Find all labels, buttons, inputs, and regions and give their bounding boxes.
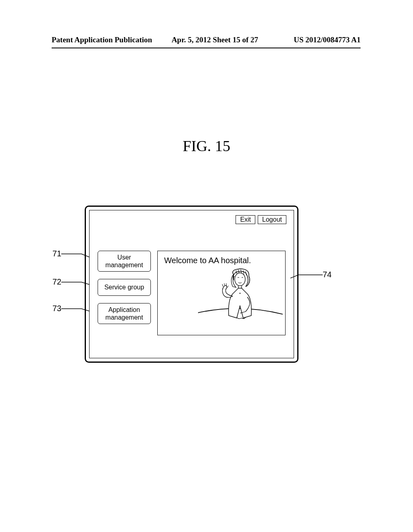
ref-71: 71 (52, 249, 61, 258)
welcome-text: Welcome to AA hospital. (158, 251, 285, 265)
ref-73: 73 (52, 304, 61, 313)
logout-button[interactable]: Logout (258, 215, 286, 224)
device-screen: Exit Logout User management Service grou… (89, 210, 294, 358)
figure-label: FIG. 15 (0, 137, 413, 155)
svg-point-0 (235, 273, 245, 286)
menu-item-label: User management (105, 254, 143, 268)
ref-74: 74 (323, 270, 332, 279)
toolbar: Exit Logout (236, 215, 286, 224)
menu-service-group[interactable]: Service group (98, 279, 151, 295)
header-left: Patent Application Publication (52, 35, 152, 44)
exit-button[interactable]: Exit (236, 215, 255, 224)
menu-item-label: Application management (105, 306, 143, 321)
sidebar: User management Service group Applicatio… (98, 251, 151, 324)
page-header: Patent Application Publication Apr. 5, 2… (0, 35, 413, 44)
device-frame: Exit Logout User management Service grou… (85, 206, 298, 363)
content-panel: Welcome to AA hospital. (157, 251, 286, 335)
ref-72: 72 (52, 277, 61, 287)
header-center: Apr. 5, 2012 Sheet 15 of 27 (171, 35, 258, 44)
header-divider (52, 48, 361, 48)
receptionist-illustration (198, 267, 283, 335)
menu-user-management[interactable]: User management (98, 251, 151, 272)
menu-application-management[interactable]: Application management (98, 303, 151, 324)
header-right: US 2012/0084773 A1 (294, 35, 361, 44)
menu-item-label: Service group (104, 284, 144, 291)
figure-canvas: 71 72 73 74 Exit Logout User management … (52, 206, 359, 383)
